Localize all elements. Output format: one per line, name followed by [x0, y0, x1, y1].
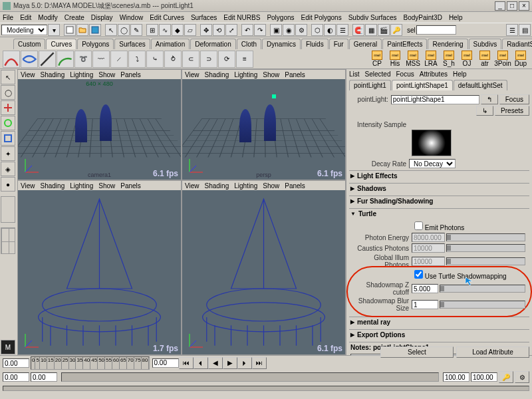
vp-menu-shading[interactable]: Shading [41, 182, 65, 190]
film-icon[interactable]: 🎬 [378, 24, 390, 36]
menu-window[interactable]: Window [120, 14, 144, 21]
shadowmap-blur-slider[interactable] [440, 301, 525, 309]
playback-start2-input[interactable] [31, 372, 57, 382]
shelf-tab-general[interactable]: General [349, 39, 382, 49]
presets-button[interactable]: Presets [495, 106, 529, 116]
viewport-2[interactable]: ViewShadingLightingShowPanels1.7 fps [18, 181, 181, 354]
go-in-icon[interactable]: ↳ [476, 106, 493, 116]
move-icon[interactable]: ✥ [200, 24, 212, 36]
mel-3poin[interactable]: mel3Poin [494, 51, 511, 68]
emit-photons-checkbox[interactable] [414, 221, 423, 230]
render-icon[interactable]: ▣ [270, 24, 282, 36]
ae-menu-attributes[interactable]: Attributes [420, 70, 448, 78]
manip-tool[interactable]: ✦ [1, 146, 15, 161]
vp-menu-lighting[interactable]: Lighting [70, 182, 93, 190]
vp-menu-shading[interactable]: Shading [205, 182, 229, 190]
menu-editnurbs[interactable]: Edit NURBS [223, 14, 260, 21]
menu-modify[interactable]: Modify [38, 14, 57, 21]
vp-menu-show[interactable]: Show [263, 71, 279, 78]
shelf-tab-subdivs[interactable]: Subdivs [469, 39, 502, 49]
menu-help[interactable]: Help [449, 14, 463, 21]
shelf-tab-painteffects[interactable]: PaintEffects [382, 39, 427, 49]
mel-cp[interactable]: melCP [368, 51, 386, 68]
vp-menu-show[interactable]: Show [98, 182, 115, 190]
vp-menu-panels[interactable]: Panels [285, 182, 305, 190]
menu-surfaces[interactable]: Surfaces [191, 14, 217, 21]
snap-plane-icon[interactable]: ▱ [184, 24, 196, 36]
vp-menu-show[interactable]: Show [263, 182, 279, 190]
viewport-1[interactable]: ViewShadingLightingShowPanelspersp6.1 fp… [182, 70, 345, 180]
vp-menu-view[interactable]: View [21, 182, 35, 190]
mel-s_h[interactable]: melS_h [440, 51, 458, 68]
vp-menu-lighting[interactable]: Lighting [70, 71, 93, 78]
render-globals-icon[interactable]: ⚙ [295, 24, 307, 36]
ae-icon[interactable]: ☰ [506, 24, 518, 36]
menu-display[interactable]: Display [91, 14, 113, 21]
select-button[interactable]: Select [380, 346, 454, 358]
close-button[interactable]: × [519, 1, 529, 11]
time-ruler[interactable]: 05101520253035404550556065707580 [31, 356, 150, 370]
shelf-tab-fluids[interactable]: Fluids [301, 39, 329, 49]
mel-atr[interactable]: melatr [476, 51, 493, 68]
outliner-icon[interactable]: ☰ [336, 24, 348, 36]
channel-icon[interactable]: ▤ [519, 24, 531, 36]
lasso-tool[interactable]: ◯ [1, 85, 15, 100]
ae-tab-2[interactable]: defaultLightSet [454, 80, 507, 90]
layout-four[interactable] [1, 227, 15, 254]
viewport-0[interactable]: ViewShadingLightingShowPanels640 × 480ca… [18, 70, 181, 180]
maximize-button[interactable]: □ [507, 1, 517, 11]
paint-select-icon[interactable]: ✎ [130, 24, 142, 36]
shelf-tool1-icon[interactable]: ⟋ [110, 51, 128, 68]
load-attributes-button[interactable]: Load Attribute [456, 346, 529, 358]
shelf-arc-icon[interactable] [57, 51, 74, 68]
menu-edit[interactable]: Edit [20, 14, 31, 21]
go-up-icon[interactable]: ↰ [481, 94, 498, 104]
menu-editpolygons[interactable]: Edit Polygons [301, 14, 342, 21]
prefs-icon[interactable]: ⚙ [515, 371, 529, 383]
step-back-icon[interactable]: ⏴ [194, 357, 208, 369]
vp-menu-view[interactable]: View [21, 71, 35, 78]
vp-menu-panels[interactable]: Panels [120, 182, 141, 190]
lasso-icon[interactable]: ◯ [118, 24, 130, 36]
viewport-3[interactable]: ViewShadingLightingShowPanels6.1 fps [182, 181, 345, 354]
shelf-tool3-icon[interactable]: ⤷ [146, 51, 164, 68]
vp-menu-lighting[interactable]: Lighting [234, 71, 257, 78]
shelf-rebuild-icon[interactable]: ⟳ [218, 51, 235, 68]
dropdown-icon[interactable]: ▾ [48, 24, 60, 36]
forward-end-icon[interactable]: ⏭ [252, 357, 267, 369]
mel-his[interactable]: melHis [386, 51, 404, 68]
scale-tool[interactable] [1, 131, 15, 146]
shadowmap-blur-input[interactable] [412, 300, 438, 309]
vp-menu-view[interactable]: View [185, 182, 200, 190]
shelf-tab-deformation[interactable]: Deformation [190, 39, 235, 49]
shelf-spiral-icon[interactable]: ➰ [74, 51, 92, 68]
shelf-curve2-icon[interactable] [21, 51, 38, 68]
ae-menu-list[interactable]: List [349, 70, 360, 78]
shelf-tab-custom[interactable]: Custom [13, 39, 45, 49]
open-scene-icon[interactable] [76, 24, 88, 36]
ae-menu-selected[interactable]: Selected [365, 70, 391, 78]
ae-tab-1[interactable]: pointLightShape1 [392, 80, 453, 90]
shelf-tab-radiantsquare[interactable]: RadiantSquare [502, 39, 532, 49]
mel-dup[interactable]: melDup [512, 51, 529, 68]
show-manip-tool[interactable]: ◈ [1, 162, 15, 176]
vp-menu-view[interactable]: View [185, 71, 200, 78]
viewport-canvas[interactable]: 6.1 fps [182, 190, 345, 354]
menu-bodypaint3d[interactable]: BodyPaint3D [404, 14, 442, 21]
shelf-tab-cloth[interactable]: Cloth [237, 39, 261, 49]
shelf-detach-icon[interactable]: ⊃ [200, 51, 217, 68]
rotate-tool[interactable] [1, 116, 15, 130]
shelf-curve-icon[interactable] [3, 51, 20, 68]
shelf-tab-polygons[interactable]: Polygons [77, 39, 114, 49]
menu-subdivsurfaces[interactable]: Subdiv Surfaces [348, 14, 397, 21]
vp-menu-shading[interactable]: Shading [205, 71, 229, 78]
light-effects-section[interactable]: Light Effects [349, 171, 529, 181]
shelf-tool2-icon[interactable]: ⤵ [128, 51, 146, 68]
command-line[interactable] [3, 386, 529, 391]
ipr-icon[interactable]: ◉ [283, 24, 295, 36]
snap-grid-icon[interactable]: ⊞ [146, 24, 158, 36]
autokey-icon[interactable]: 🔑 [499, 371, 513, 383]
select-tool[interactable]: ↖ [1, 70, 15, 84]
current-frame-input[interactable] [152, 358, 179, 368]
menu-create[interactable]: Create [65, 14, 84, 21]
